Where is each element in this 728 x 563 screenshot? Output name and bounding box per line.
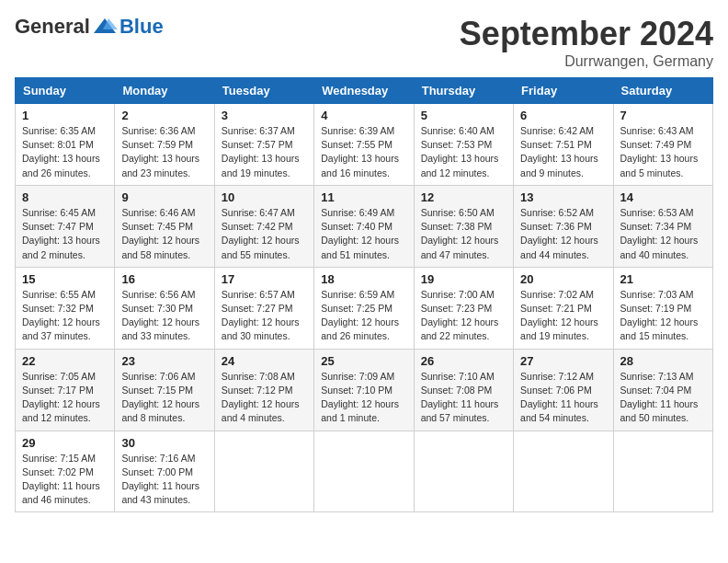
day-number: 20: [520, 272, 606, 286]
day-info: Sunrise: 7:08 AMSunset: 7:12 PMDaylight:…: [222, 370, 307, 426]
day-number: 25: [321, 354, 406, 368]
day-info: Sunrise: 7:06 AMSunset: 7:15 PMDaylight:…: [121, 370, 207, 426]
calendar-table: Sunday Monday Tuesday Wednesday Thursday…: [15, 77, 713, 512]
calendar-cell: 11 Sunrise: 6:49 AMSunset: 7:40 PMDaylig…: [314, 185, 414, 267]
calendar-cell: 1 Sunrise: 6:35 AMSunset: 8:01 PMDayligh…: [16, 104, 115, 186]
calendar-cell: 21 Sunrise: 7:03 AMSunset: 7:19 PMDaylig…: [613, 267, 712, 349]
day-info: Sunrise: 7:03 AMSunset: 7:19 PMDaylight:…: [620, 288, 706, 344]
day-number: 14: [620, 190, 706, 204]
day-number: 19: [421, 272, 506, 286]
day-info: Sunrise: 7:12 AMSunset: 7:06 PMDaylight:…: [520, 370, 606, 426]
day-number: 29: [22, 436, 108, 450]
day-number: 6: [520, 109, 606, 122]
day-number: 9: [121, 190, 207, 204]
day-info: Sunrise: 7:15 AMSunset: 7:02 PMDaylight:…: [22, 452, 108, 508]
calendar-cell: 5 Sunrise: 6:40 AMSunset: 7:53 PMDayligh…: [414, 104, 513, 186]
day-number: 23: [121, 354, 207, 368]
day-info: Sunrise: 6:59 AMSunset: 7:25 PMDaylight:…: [321, 288, 406, 344]
day-info: Sunrise: 6:39 AMSunset: 7:55 PMDaylight:…: [321, 124, 406, 180]
calendar-cell: 24 Sunrise: 7:08 AMSunset: 7:12 PMDaylig…: [214, 349, 313, 431]
day-info: Sunrise: 6:55 AMSunset: 7:32 PMDaylight:…: [22, 288, 108, 344]
calendar-cell: 30 Sunrise: 7:16 AMSunset: 7:00 PMDaylig…: [115, 431, 214, 512]
day-number: 22: [22, 354, 108, 368]
calendar-cell: 2 Sunrise: 6:36 AMSunset: 7:59 PMDayligh…: [115, 104, 214, 186]
month-title: September 2024: [460, 15, 713, 53]
day-info: Sunrise: 6:40 AMSunset: 7:53 PMDaylight:…: [421, 124, 506, 180]
calendar-cell: 27 Sunrise: 7:12 AMSunset: 7:06 PMDaylig…: [514, 349, 613, 431]
day-info: Sunrise: 7:00 AMSunset: 7:23 PMDaylight:…: [421, 288, 506, 344]
day-number: 7: [620, 109, 706, 122]
day-info: Sunrise: 7:10 AMSunset: 7:08 PMDaylight:…: [421, 370, 506, 426]
day-info: Sunrise: 6:43 AMSunset: 7:49 PMDaylight:…: [620, 124, 706, 180]
day-number: 26: [421, 354, 506, 368]
day-info: Sunrise: 6:53 AMSunset: 7:34 PMDaylight:…: [620, 206, 706, 262]
day-number: 12: [421, 190, 506, 204]
header-tuesday: Tuesday: [214, 78, 313, 104]
calendar-row: 22 Sunrise: 7:05 AMSunset: 7:17 PMDaylig…: [16, 349, 713, 431]
calendar-cell: 18 Sunrise: 6:59 AMSunset: 7:25 PMDaylig…: [314, 267, 414, 349]
day-number: 4: [321, 109, 406, 122]
logo: General Blue: [15, 15, 164, 39]
day-info: Sunrise: 7:09 AMSunset: 7:10 PMDaylight:…: [321, 370, 406, 426]
day-info: Sunrise: 6:37 AMSunset: 7:57 PMDaylight:…: [222, 124, 307, 180]
calendar-cell: 8 Sunrise: 6:45 AMSunset: 7:47 PMDayligh…: [16, 185, 115, 267]
day-info: Sunrise: 7:16 AMSunset: 7:00 PMDaylight:…: [121, 452, 207, 508]
day-number: 30: [121, 436, 207, 450]
calendar-cell: 17 Sunrise: 6:57 AMSunset: 7:27 PMDaylig…: [214, 267, 313, 349]
calendar-cell: 3 Sunrise: 6:37 AMSunset: 7:57 PMDayligh…: [214, 104, 313, 186]
header-saturday: Saturday: [613, 78, 712, 104]
day-number: 21: [620, 272, 706, 286]
calendar-row: 29 Sunrise: 7:15 AMSunset: 7:02 PMDaylig…: [16, 431, 713, 512]
calendar-cell: 4 Sunrise: 6:39 AMSunset: 7:55 PMDayligh…: [314, 104, 414, 186]
logo-icon: [92, 17, 118, 37]
calendar-cell: 19 Sunrise: 7:00 AMSunset: 7:23 PMDaylig…: [414, 267, 513, 349]
header-sunday: Sunday: [16, 78, 115, 104]
calendar-cell: 9 Sunrise: 6:46 AMSunset: 7:45 PMDayligh…: [115, 185, 214, 267]
logo-general-text: General: [15, 15, 90, 39]
day-info: Sunrise: 6:56 AMSunset: 7:30 PMDaylight:…: [121, 288, 207, 344]
day-info: Sunrise: 6:57 AMSunset: 7:27 PMDaylight:…: [222, 288, 307, 344]
calendar-cell: 6 Sunrise: 6:42 AMSunset: 7:51 PMDayligh…: [514, 104, 613, 186]
calendar-cell: 13 Sunrise: 6:52 AMSunset: 7:36 PMDaylig…: [514, 185, 613, 267]
calendar-cell: 7 Sunrise: 6:43 AMSunset: 7:49 PMDayligh…: [613, 104, 712, 186]
day-number: 3: [222, 109, 307, 122]
day-info: Sunrise: 6:46 AMSunset: 7:45 PMDaylight:…: [121, 206, 207, 262]
calendar-cell: [414, 431, 513, 512]
day-number: 27: [520, 354, 606, 368]
title-section: September 2024 Durrwangen, Germany: [460, 15, 713, 70]
day-number: 28: [620, 354, 706, 368]
day-info: Sunrise: 6:36 AMSunset: 7:59 PMDaylight:…: [121, 124, 207, 180]
page-header: General Blue September 2024 Durrwangen, …: [15, 15, 713, 70]
calendar-cell: 23 Sunrise: 7:06 AMSunset: 7:15 PMDaylig…: [115, 349, 214, 431]
day-info: Sunrise: 7:13 AMSunset: 7:04 PMDaylight:…: [620, 370, 706, 426]
day-number: 17: [222, 272, 307, 286]
calendar-cell: [613, 431, 712, 512]
calendar-cell: 26 Sunrise: 7:10 AMSunset: 7:08 PMDaylig…: [414, 349, 513, 431]
day-info: Sunrise: 6:52 AMSunset: 7:36 PMDaylight:…: [520, 206, 606, 262]
day-number: 1: [22, 109, 108, 122]
calendar-cell: 16 Sunrise: 6:56 AMSunset: 7:30 PMDaylig…: [115, 267, 214, 349]
day-info: Sunrise: 6:47 AMSunset: 7:42 PMDaylight:…: [222, 206, 307, 262]
header-friday: Friday: [514, 78, 613, 104]
day-number: 11: [321, 190, 406, 204]
day-number: 13: [520, 190, 606, 204]
day-info: Sunrise: 6:49 AMSunset: 7:40 PMDaylight:…: [321, 206, 406, 262]
calendar-cell: 15 Sunrise: 6:55 AMSunset: 7:32 PMDaylig…: [16, 267, 115, 349]
calendar-cell: [314, 431, 414, 512]
day-number: 24: [222, 354, 307, 368]
calendar-cell: 12 Sunrise: 6:50 AMSunset: 7:38 PMDaylig…: [414, 185, 513, 267]
calendar-row: 15 Sunrise: 6:55 AMSunset: 7:32 PMDaylig…: [16, 267, 713, 349]
weekday-header-row: Sunday Monday Tuesday Wednesday Thursday…: [16, 78, 713, 104]
day-info: Sunrise: 6:45 AMSunset: 7:47 PMDaylight:…: [22, 206, 108, 262]
header-wednesday: Wednesday: [314, 78, 414, 104]
calendar-cell: 10 Sunrise: 6:47 AMSunset: 7:42 PMDaylig…: [214, 185, 313, 267]
day-number: 10: [222, 190, 307, 204]
day-number: 5: [421, 109, 506, 122]
calendar-row: 8 Sunrise: 6:45 AMSunset: 7:47 PMDayligh…: [16, 185, 713, 267]
day-number: 15: [22, 272, 108, 286]
logo-blue-text: Blue: [119, 15, 164, 39]
header-thursday: Thursday: [414, 78, 513, 104]
day-info: Sunrise: 6:42 AMSunset: 7:51 PMDaylight:…: [520, 124, 606, 180]
calendar-cell: 20 Sunrise: 7:02 AMSunset: 7:21 PMDaylig…: [514, 267, 613, 349]
calendar-cell: [214, 431, 313, 512]
